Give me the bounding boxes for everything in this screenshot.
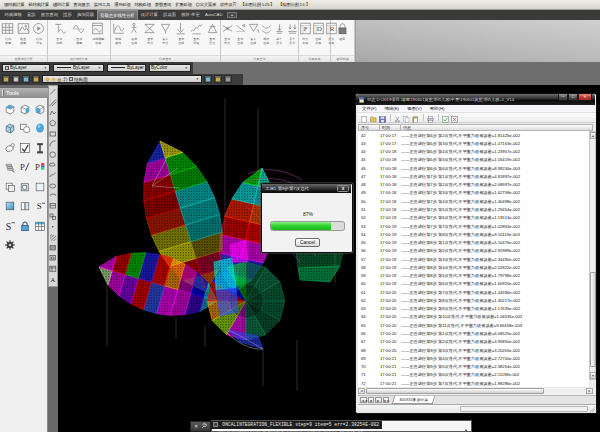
horizontal-scrollbar[interactable]: ◄ ► [358,388,596,395]
ellipse2-draw-icon[interactable] [49,181,57,189]
ribbon-button-结果显示-0[interactable]: 时程曲线 [111,22,126,45]
scroll-up-arrow[interactable]: ▲ [590,132,596,139]
resize-grip[interactable] [589,406,595,412]
log-row[interactable]: 5017:00:18——正在进行第7步 第4次迭代,不平衡力收敛误差=1.404… [358,197,589,205]
sheet-prev-button[interactable]: ◄ [368,397,375,404]
log-row[interactable]: 4217:00:17——正在进行第6步 第2次迭代,不平衡力收敛误差=1.814… [358,131,589,139]
menu-item-0[interactable]: 钢结构计算 [4,2,24,7]
circles-tool-icon[interactable] [18,122,31,135]
chevron-down-icon[interactable]: ▾ [97,66,102,71]
ribbon-button-结果查询-5[interactable]: 多个反力 [286,22,299,45]
pslash-tool-icon[interactable]: P [18,161,31,174]
s2-tool-icon[interactable]: S [3,219,16,232]
property-combo-2[interactable]: ByLayer▾ [107,64,146,72]
s1-tool-icon[interactable]: S [33,200,46,213]
pcolor-tool-icon[interactable]: P [33,161,46,174]
layer-freeze-icon[interactable] [32,75,40,83]
ribbon-button-结果显示-3[interactable]: 最大内力 [158,22,173,45]
ribbon-button-自振特性计算-1[interactable]: 检查模型 [16,22,31,45]
menu-item-8[interactable]: 扩展处理 [175,2,191,7]
log-row[interactable]: 6417:00:20——正在进行第8步 第10次迭代,不平衡力收敛误差=1.06… [358,313,589,321]
ribbon-button-结果查询-3[interactable]: 相对位移 [260,22,273,45]
log-row[interactable]: 5717:00:19——正在进行第8步 第3次迭代,不平衡力收敛误差=2.344… [358,255,589,263]
ribbon-button-动力特性结果-2[interactable]: 周期振型表格 [90,22,105,45]
ellipse-tool-icon[interactable] [3,141,16,154]
close-button[interactable]: ✕ [578,94,592,101]
log-row[interactable]: 5317:00:19——正在进行第7步 第7次迭代,不平衡力收敛误差=1.028… [358,222,589,230]
ribbon-button-锁定/解锁-0[interactable]: 锁定 [335,22,350,41]
ribbon-tab-7[interactable]: 膜裁剪 [161,10,179,20]
ribbon-button-结果显示-6[interactable]: 显示反力 [205,22,220,45]
layer-combo[interactable]: 结构面▾ [42,75,202,83]
log-row[interactable]: 6617:00:20——正在进行第9步 第1次迭代,不平衡力收敛误差=6.085… [358,329,589,337]
property-combo-1[interactable]: ByLayer▾ [53,64,104,72]
layers-tool-icon[interactable] [3,161,16,174]
log-row[interactable]: 5917:00:19——正在进行第8步 第5次迭代,不平衡力收敛误差=1.797… [358,272,589,280]
sq1-tool-icon[interactable] [3,180,16,193]
ribbon-button-结果显示-1[interactable]: 动态位移 [127,22,142,45]
cube1-tool-icon[interactable] [3,102,16,115]
ellarc-draw-icon[interactable] [49,192,57,200]
cube3-tool-icon[interactable] [33,102,46,115]
check-tool-icon[interactable] [18,141,31,154]
horizontal-scroll-thumb[interactable] [366,388,544,394]
column-header-1[interactable]: 时间 [380,124,401,131]
layer-on-icon[interactable] [22,75,30,83]
point-draw-icon[interactable] [49,223,57,231]
ribbon-tab-5[interactable]: 荷载态非线性分析 [97,10,139,20]
dialog-title-bar[interactable]: 工况1-第9步第7次迭代 x [262,184,351,193]
pline-draw-icon[interactable] [49,109,57,117]
line-draw-icon[interactable] [49,88,57,96]
log-row[interactable]: 5417:00:19——正在进行第7步 第8次迭代,不平衡力收敛误差=9.101… [358,230,589,238]
ibeam-tool-icon[interactable] [33,141,46,154]
ribbon-button-结果表格-0[interactable]: F内力表格 [299,22,312,45]
log-list[interactable]: 4217:00:17——正在进行第6步 第2次迭代,不平衡力收敛误差=1.814… [358,131,589,387]
log-row[interactable]: 4817:00:18——正在进行第7步 第2次迭代,不平衡力收敛误差=2.085… [358,181,589,189]
tools-palette-title[interactable]: Tools [0,88,48,98]
ribbon-button-结果查询-4[interactable]: 单个反力 [273,22,286,45]
region-draw-icon[interactable] [49,254,57,262]
ribbon-button-结果表格-1[interactable]: D位移表格 [312,22,325,45]
scroll-left-arrow[interactable]: ◄ [358,388,365,394]
log-row[interactable]: 5117:00:18——正在进行第7步 第5次迭代,不平衡力收敛误差=1.256… [358,205,589,213]
command-expand-arrow[interactable]: ▴ [465,428,467,432]
log-row[interactable]: 7117:00:21——正在进行第9步 第6次迭代,不平衡力收敛误差=2.111… [358,371,589,379]
log-row[interactable]: 6117:00:20——正在进行第8步 第7次迭代,不平衡力收敛误差=1.445… [358,288,589,296]
log-row[interactable]: 4917:00:18——正在进行第7步 第3次迭代,不平衡力收敛误差=1.627… [358,189,589,197]
log-row[interactable]: 4317:00:17——正在进行第6步 第3次迭代,不平衡力收敛误差=1.471… [358,139,589,147]
sphere-tool-icon[interactable] [33,122,46,135]
ribbon-button-自振特性计算-0[interactable]: 结构类型 [0,22,15,45]
log-row[interactable]: 7017:00:21——正在进行第9步 第5次迭代,不平衡力收敛误差=2.382… [358,362,589,370]
lock-tool-icon[interactable] [18,219,31,232]
menu-item-3[interactable]: 查询显示 [73,2,89,7]
log-row[interactable]: 4617:00:18——正在进行第6步 第6次迭代,不平衡力收敛误差=8.992… [358,164,589,172]
sheet-last-button[interactable]: ►► [383,397,390,404]
make-current-icon[interactable] [204,75,212,83]
scroll-down-arrow[interactable]: ▼ [590,372,596,379]
chevron-down-icon[interactable]: ▾ [43,66,48,71]
log-row[interactable]: 4517:00:18——正在进行第6步 第5次迭代,不平衡力收敛误差=1.054… [358,156,589,164]
menu-item-2[interactable]: 辅助计算 [53,2,69,7]
grad-tool-icon[interactable] [3,200,16,213]
ribbon-button-结果显示-4[interactable]: 显示位移 [173,22,188,45]
log-row[interactable]: 6517:00:20——正在进行第8步 第11次迭代,不平衡力收敛误差=9.66… [358,321,589,329]
property-combo-3[interactable]: ByColor▾ [149,64,191,72]
command-close-icon[interactable]: ✕ [194,424,198,429]
cube2-tool-icon[interactable] [18,102,31,115]
menu-item-11[interactable]: 【出图比例 1:25 】 [240,2,274,7]
tablei-draw-icon[interactable] [49,264,57,272]
log-row[interactable]: 4417:00:18——正在进行第6步 第4次迭代,不平衡力收敛误差=1.239… [358,148,589,156]
ribbon-tab-3[interactable]: 找形 [61,10,75,20]
log-row[interactable]: 6717:00:20——正在进行第9步 第2次迭代,不平衡力收敛误差=3.958… [358,338,589,346]
menu-item-7[interactable]: 参数查询 [155,2,171,7]
xline-draw-icon[interactable] [49,98,57,106]
rect-draw-icon[interactable] [49,130,57,138]
layer-prev-icon[interactable] [214,75,222,83]
property-combo-0[interactable]: ByLayer▾ [2,64,50,72]
panel-toggle-icon[interactable]: ▴ [227,12,237,18]
menu-item-10[interactable]: 软件设置 [220,2,236,7]
menu-item-1[interactable]: 砼结构计算 [28,2,48,7]
log-row[interactable]: 6217:00:20——正在进行第8步 第8次迭代,不平衡力收敛误差=1.302… [358,296,589,304]
chevron-down-icon[interactable]: ▾ [139,66,144,71]
printer-icon[interactable] [63,77,68,82]
